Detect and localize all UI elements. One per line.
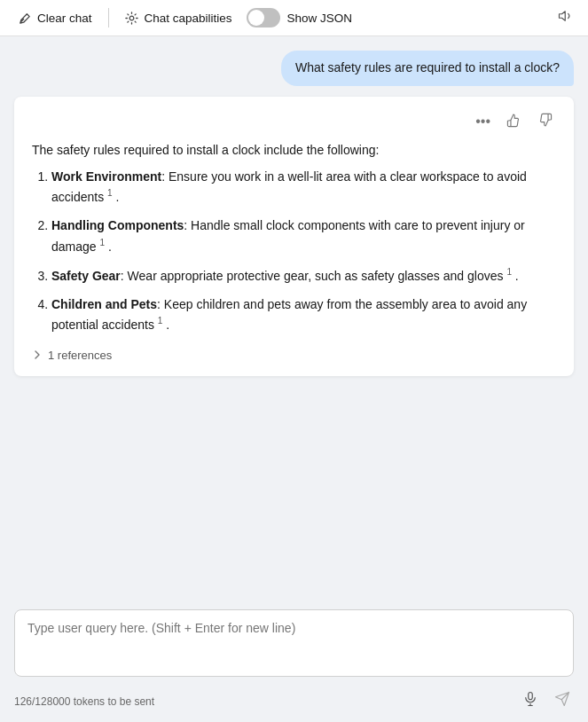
toggle-group: Show JSON (247, 8, 353, 27)
response-text: The safety rules required to install a c… (32, 140, 556, 335)
clear-chat-button[interactable]: Clear chat (11, 7, 99, 28)
send-button[interactable] (551, 687, 574, 715)
bottom-bar-right (519, 687, 574, 715)
svg-point-0 (129, 16, 134, 20)
thumbs-up-icon (506, 113, 521, 131)
gear-icon (125, 11, 139, 25)
token-count: 126/128000 tokens to be sent (14, 695, 154, 708)
volume-button[interactable] (554, 4, 577, 32)
mic-icon (522, 691, 538, 711)
chat-capabilities-button[interactable]: Chat capabilities (118, 7, 239, 28)
response-intro: The safety rules required to install a c… (32, 140, 556, 160)
clear-chat-label: Clear chat (37, 12, 92, 25)
item-term-4: Children and Pets (51, 297, 157, 311)
main-content: What safety rules are required to instal… (0, 36, 588, 609)
item-term-2: Handling Components (51, 218, 184, 232)
response-card: ••• The safety rules required to install… (14, 97, 574, 377)
chevron-right-icon (32, 349, 43, 362)
show-json-toggle[interactable] (247, 8, 280, 27)
more-options-button[interactable]: ••• (472, 111, 494, 133)
references-label: 1 references (48, 349, 112, 362)
list-item: Work Environment: Ensure you work in a w… (51, 167, 556, 207)
item-term-1: Work Environment (51, 169, 161, 184)
bottom-bar: 126/128000 tokens to be sent (0, 684, 588, 722)
item-detail-3: : Wear appropriate protective gear, such… (121, 269, 507, 283)
user-query-input[interactable] (14, 609, 574, 677)
response-list: Work Environment: Ensure you work in a w… (32, 167, 556, 334)
chat-capabilities-label: Chat capabilities (145, 12, 232, 25)
svg-rect-1 (529, 693, 533, 700)
send-icon (554, 691, 570, 711)
list-item: Handling Components: Handle small clock … (51, 216, 556, 255)
user-message: What safety rules are required to instal… (281, 51, 574, 86)
input-area (0, 609, 588, 684)
response-actions: ••• (32, 111, 556, 133)
thumbs-up-button[interactable] (503, 111, 525, 133)
show-json-label: Show JSON (287, 12, 353, 25)
list-item: Safety Gear: Wear appropriate protective… (51, 265, 556, 286)
user-message-wrapper: What safety rules are required to instal… (14, 51, 574, 86)
thumbs-down-icon (537, 113, 553, 131)
mic-button[interactable] (519, 687, 542, 715)
toolbar: Clear chat Chat capabilities Show JSON (0, 0, 588, 36)
volume-icon (558, 8, 574, 28)
references-toggle[interactable]: 1 references (32, 347, 112, 364)
ellipsis-icon: ••• (475, 114, 490, 129)
thumbs-down-button[interactable] (534, 111, 556, 133)
clear-chat-icon (18, 11, 32, 25)
list-item: Children and Pets: Keep children and pet… (51, 294, 556, 334)
toolbar-divider (108, 8, 109, 27)
item-term-3: Safety Gear (51, 269, 121, 283)
